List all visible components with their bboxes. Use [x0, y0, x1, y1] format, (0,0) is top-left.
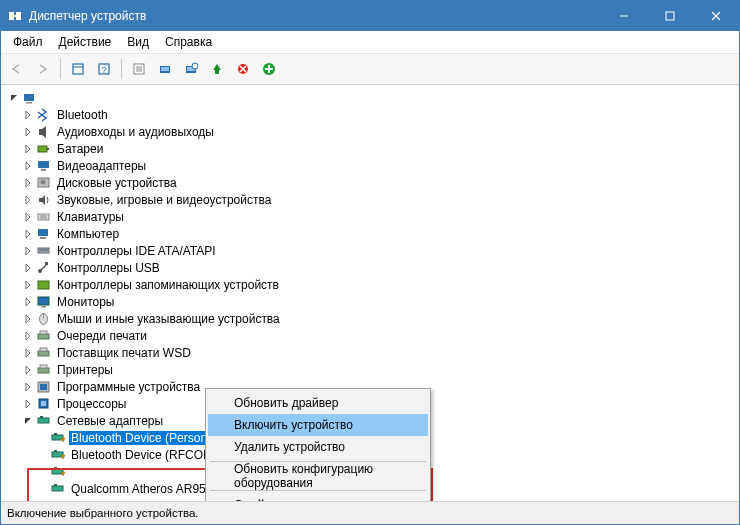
window-title: Диспетчер устройств: [29, 9, 146, 23]
bt-icon: [36, 107, 52, 123]
svg-rect-48: [41, 306, 46, 308]
context-item[interactable]: Обновить конфигурацию оборудования: [208, 465, 428, 487]
tree-expander-icon[interactable]: [21, 397, 35, 411]
tree-root[interactable]: [7, 89, 739, 106]
tree-expander-icon[interactable]: [21, 227, 35, 241]
tree-category[interactable]: Батареи: [7, 140, 739, 157]
display-icon: [36, 158, 52, 174]
tree-expander-icon[interactable]: [21, 278, 35, 292]
tree-category-label: Сетевые адаптеры: [55, 414, 165, 428]
menu-action[interactable]: Действие: [51, 33, 120, 51]
tree-expander-icon[interactable]: [21, 125, 35, 139]
svg-rect-4: [666, 12, 674, 20]
tree-category[interactable]: Поставщик печати WSD: [7, 344, 739, 361]
tree-category-label: Контроллеры IDE ATA/ATAPI: [55, 244, 218, 258]
tree-category[interactable]: Клавиатуры: [7, 208, 739, 225]
menu-view[interactable]: Вид: [119, 33, 157, 51]
tree-expander-icon[interactable]: [21, 244, 35, 258]
tree-category[interactable]: Bluetooth: [7, 106, 739, 123]
tree-category-label: Аудиовходы и аудиовыходы: [55, 125, 216, 139]
tree-expander-icon[interactable]: [7, 91, 21, 105]
svg-rect-66: [54, 450, 57, 452]
toolbar-update-button[interactable]: [179, 57, 203, 81]
tree-category-label: Мониторы: [55, 295, 116, 309]
toolbar-forward-button[interactable]: [31, 57, 55, 81]
toolbar-enable-button[interactable]: [205, 57, 229, 81]
menu-help[interactable]: Справка: [157, 33, 220, 51]
net-adapter-icon: [50, 498, 66, 502]
svg-rect-28: [26, 102, 32, 104]
svg-rect-1: [16, 12, 21, 20]
tree-category-label: Поставщик печати WSD: [55, 346, 193, 360]
tree-category-label: Мыши и иные указывающие устройства: [55, 312, 282, 326]
toolbar-back-button[interactable]: [5, 57, 29, 81]
tree-device-label: Bluetooth Device (RFCOMM: [69, 448, 225, 462]
svg-rect-53: [38, 351, 49, 356]
tree-expander-icon[interactable]: [21, 380, 35, 394]
toolbar-uninstall-button[interactable]: [231, 57, 255, 81]
toolbar-scan-button[interactable]: [153, 57, 177, 81]
svg-rect-29: [39, 129, 42, 135]
tree-expander-icon[interactable]: [21, 346, 35, 360]
svg-rect-30: [38, 146, 47, 152]
tree-expander-icon[interactable]: [21, 193, 35, 207]
context-item[interactable]: Свойства: [208, 494, 428, 501]
disk-icon: [36, 175, 52, 191]
svg-rect-51: [38, 334, 49, 339]
tree-category[interactable]: Аудиовходы и аудиовыходы: [7, 123, 739, 140]
context-item[interactable]: Обновить драйвер: [208, 392, 428, 414]
tree-category[interactable]: Очереди печати: [7, 327, 739, 344]
svg-rect-60: [41, 401, 46, 406]
titlebar[interactable]: Диспетчер устройств: [1, 1, 739, 31]
tree-expander-icon[interactable]: [21, 295, 35, 309]
tree-category[interactable]: Мониторы: [7, 293, 739, 310]
context-separator: [210, 490, 426, 491]
tree-expander-icon[interactable]: [21, 329, 35, 343]
svg-rect-36: [38, 214, 49, 220]
toolbar-properties-button[interactable]: [127, 57, 151, 81]
tree-expander-icon[interactable]: [21, 176, 35, 190]
batt-icon: [36, 141, 52, 157]
toolbar-add-button[interactable]: [257, 57, 281, 81]
minimize-button[interactable]: [601, 1, 647, 31]
context-item[interactable]: Удалить устройство: [208, 436, 428, 458]
tree-category[interactable]: Контроллеры запоминающих устройств: [7, 276, 739, 293]
context-menu[interactable]: Обновить драйверВключить устройствоУдали…: [205, 388, 431, 501]
tree-expander-icon[interactable]: [21, 210, 35, 224]
pq-icon: [36, 362, 52, 378]
tree-category[interactable]: Дисковые устройства: [7, 174, 739, 191]
toolbar-showall-button[interactable]: [66, 57, 90, 81]
tree-category[interactable]: Мыши и иные указывающие устройства: [7, 310, 739, 327]
tree-category-label: Звуковые, игровые и видеоустройства: [55, 193, 273, 207]
audio-icon: [36, 124, 52, 140]
tree-expander-icon[interactable]: [21, 261, 35, 275]
svg-rect-69: [52, 486, 63, 491]
tree-device-label: Qualcomm Atheros AR956x: [69, 482, 220, 496]
tree-category-label: Контроллеры запоминающих устройств: [55, 278, 281, 292]
tree-category-label: Очереди печати: [55, 329, 149, 343]
pq-icon: [36, 328, 52, 344]
svg-rect-54: [40, 348, 47, 351]
tree-category[interactable]: Видеоадаптеры: [7, 157, 739, 174]
svg-point-19: [192, 63, 198, 69]
tree-expander-icon[interactable]: [21, 414, 35, 428]
tree-expander-icon[interactable]: [21, 363, 35, 377]
tree-expander-icon[interactable]: [21, 159, 35, 173]
tree-category[interactable]: Принтеры: [7, 361, 739, 378]
ide-icon: [36, 243, 52, 259]
tree-expander-icon[interactable]: [21, 312, 35, 326]
svg-rect-39: [38, 229, 48, 236]
context-item[interactable]: Включить устройство: [208, 414, 428, 436]
tree-category[interactable]: Контроллеры IDE ATA/ATAPI: [7, 242, 739, 259]
tree-expander-icon[interactable]: [21, 108, 35, 122]
tree-category[interactable]: Контроллеры USB: [7, 259, 739, 276]
maximize-button[interactable]: [647, 1, 693, 31]
cpu-icon: [36, 396, 52, 412]
tree-spacer: [35, 431, 49, 445]
close-button[interactable]: [693, 1, 739, 31]
tree-expander-icon[interactable]: [21, 142, 35, 156]
menu-file[interactable]: Файл: [5, 33, 51, 51]
toolbar-help-button[interactable]: ?: [92, 57, 116, 81]
tree-category[interactable]: Компьютер: [7, 225, 739, 242]
tree-category[interactable]: Звуковые, игровые и видеоустройства: [7, 191, 739, 208]
